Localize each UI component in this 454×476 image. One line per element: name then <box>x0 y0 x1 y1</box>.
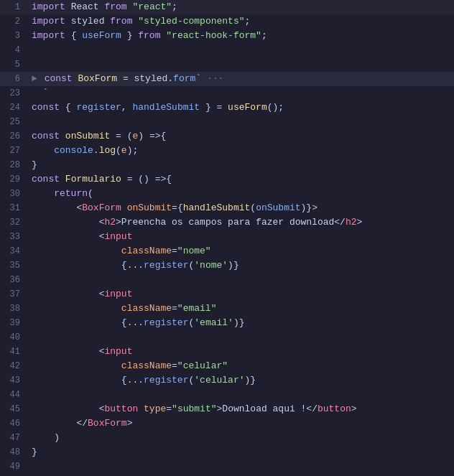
line-num-28: 28 <box>0 158 27 172</box>
line-num-32: 32 <box>0 215 27 230</box>
line-content-31: <BoxForm onSubmit={handleSubmit(onSubmit… <box>27 201 454 215</box>
line-content-41: <input <box>27 345 454 359</box>
line-30: 30 return( <box>0 187 454 201</box>
line-num-5: 5 <box>0 57 27 72</box>
line-num-34: 34 <box>0 244 27 258</box>
line-39: 39 {...register('email')} <box>0 316 454 330</box>
line-content-1: import React from "react"; <box>27 0 454 14</box>
line-content-39: {...register('email')} <box>27 316 454 330</box>
line-num-1: 1 <box>0 0 27 14</box>
line-num-38: 38 <box>0 302 27 316</box>
line-5: 5 <box>0 57 454 72</box>
line-content-26: const onSubmit = (e) =>{ <box>27 129 454 144</box>
line-num-36: 36 <box>0 273 27 287</box>
line-num-27: 27 <box>0 144 27 158</box>
line-content-32: <h2>Preencha os campos para fazer downlo… <box>27 215 454 230</box>
line-num-30: 30 <box>0 187 27 201</box>
line-27: 27 console.log(e); <box>0 144 454 158</box>
line-content-3: import { useForm } from "react-hook-form… <box>27 29 454 43</box>
line-content-47: ) <box>27 431 454 445</box>
line-content-29: const Formulario = () =>{ <box>27 172 454 187</box>
line-24: 24 const { register, handleSubmit } = us… <box>0 101 454 115</box>
line-content-2: import styled from "styled-components"; <box>27 14 454 29</box>
line-44: 44 <box>0 388 454 402</box>
line-32: 32 <h2>Preencha os campos para fazer dow… <box>0 215 454 230</box>
line-num-40: 40 <box>0 330 27 345</box>
line-num-37: 37 <box>0 287 27 302</box>
line-num-48: 48 <box>0 445 27 459</box>
line-content-37: <input <box>27 287 454 302</box>
line-33: 33 <input <box>0 230 454 244</box>
line-num-43: 43 <box>0 373 27 388</box>
line-content-42: className="celular" <box>27 359 454 373</box>
line-num-35: 35 <box>0 258 27 273</box>
line-num-26: 26 <box>0 129 27 144</box>
line-content-33: <input <box>27 230 454 244</box>
line-48: 48 } <box>0 445 454 459</box>
line-content-46: </BoxForm> <box>27 416 454 431</box>
line-num-2: 2 <box>0 14 27 29</box>
line-28: 28 } <box>0 158 454 172</box>
line-content-34: className="nome" <box>27 244 454 258</box>
line-35: 35 {...register('nome')} <box>0 258 454 273</box>
line-num-24: 24 <box>0 101 27 115</box>
line-content-27: console.log(e); <box>27 144 454 158</box>
line-6: 6 ► const BoxForm = styled.form` ··· <box>0 72 454 86</box>
line-47: 47 ) <box>0 431 454 445</box>
line-num-45: 45 <box>0 402 27 416</box>
line-31: 31 <BoxForm onSubmit={handleSubmit(onSub… <box>0 201 454 215</box>
line-2: 2 import styled from "styled-components"… <box>0 14 454 29</box>
line-3: 3 import { useForm } from "react-hook-fo… <box>0 29 454 43</box>
line-38: 38 className="email" <box>0 302 454 316</box>
line-content-38: className="email" <box>27 302 454 316</box>
line-num-44: 44 <box>0 388 27 402</box>
line-45: 45 <button type="submit">Download aqui !… <box>0 402 454 416</box>
line-content-23: ` <box>27 86 454 101</box>
line-num-23: 23 <box>0 86 27 101</box>
line-num-31: 31 <box>0 201 27 215</box>
line-num-33: 33 <box>0 230 27 244</box>
line-num-39: 39 <box>0 316 27 330</box>
line-content-28: } <box>27 158 454 172</box>
code-editor: 1 import React from "react"; 2 import st… <box>0 0 454 476</box>
line-4: 4 <box>0 43 454 57</box>
line-num-25: 25 <box>0 115 27 129</box>
line-num-49: 49 <box>0 459 27 474</box>
line-34: 34 className="nome" <box>0 244 454 258</box>
line-26: 26 const onSubmit = (e) =>{ <box>0 129 454 144</box>
line-content-30: return( <box>27 187 454 201</box>
line-num-47: 47 <box>0 431 27 445</box>
line-content-35: {...register('nome')} <box>27 258 454 273</box>
line-41: 41 <input <box>0 345 454 359</box>
line-content-43: {...register('celular')} <box>27 373 454 388</box>
line-num-6: 6 <box>0 72 27 86</box>
line-num-4: 4 <box>0 43 27 57</box>
line-40: 40 <box>0 330 454 345</box>
line-23: 23 ` <box>0 86 454 101</box>
line-42: 42 className="celular" <box>0 359 454 373</box>
line-43: 43 {...register('celular')} <box>0 373 454 388</box>
line-num-41: 41 <box>0 345 27 359</box>
line-content-6: ► const BoxForm = styled.form` ··· <box>27 72 454 86</box>
line-num-42: 42 <box>0 359 27 373</box>
line-num-46: 46 <box>0 416 27 431</box>
line-25: 25 <box>0 115 454 129</box>
line-49: 49 <box>0 459 454 474</box>
line-content-24: const { register, handleSubmit } = useFo… <box>27 101 454 115</box>
line-num-3: 3 <box>0 29 27 43</box>
line-46: 46 </BoxForm> <box>0 416 454 431</box>
line-num-29: 29 <box>0 172 27 187</box>
line-29: 29 const Formulario = () =>{ <box>0 172 454 187</box>
line-content-45: <button type="submit">Download aqui !</b… <box>27 402 454 416</box>
line-37: 37 <input <box>0 287 454 302</box>
line-1: 1 import React from "react"; <box>0 0 454 14</box>
line-content-48: } <box>27 445 454 459</box>
line-36: 36 <box>0 273 454 287</box>
